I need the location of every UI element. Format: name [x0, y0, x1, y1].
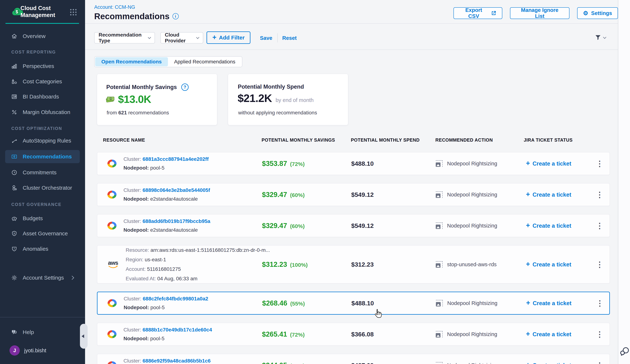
gcp-icon	[108, 361, 116, 364]
row-menu-icon[interactable]: ⋮	[595, 330, 604, 339]
info-icon[interactable]: i	[172, 13, 179, 19]
row-menu-icon[interactable]: ⋮	[595, 159, 604, 168]
add-filter-button[interactable]: + Add Filter	[206, 31, 250, 44]
spend-cell: $366.08	[351, 331, 374, 338]
row-line-value: us-east-1	[145, 257, 166, 262]
sidebar-item-bi-dashboards[interactable]: BI Dashboards	[5, 90, 80, 103]
app-title: Cloud Cost Management	[20, 5, 55, 19]
resource-link[interactable]: 6888b1c70e49db17c1de60c4	[142, 327, 212, 333]
manage-ignore-list-button[interactable]: Manage Ignore List	[510, 7, 570, 19]
gcp-icon	[108, 330, 116, 338]
savings-cell: $329.47(60%)	[262, 191, 304, 199]
autostopping-icon	[11, 137, 18, 144]
sidebar-item-perspectives[interactable]: Perspectives	[5, 60, 80, 73]
filter-divider	[277, 33, 278, 42]
recommended-action-cell: Nodepool Rightsizing	[436, 160, 497, 167]
resource-link[interactable]: 688c2fefc84fbdc99801a0a2	[143, 296, 208, 302]
savings-percent: (60%)	[290, 223, 304, 229]
settings-button[interactable]: ⚙ Settings	[577, 7, 618, 19]
savings-cell: $244.05(57%)	[262, 362, 304, 364]
svg-text:$: $	[14, 217, 15, 220]
row-line-label: Cluster:	[124, 218, 141, 224]
column-header-resource-name: RESOURCE NAME	[103, 137, 145, 143]
sidebar-item-anomalies[interactable]: ! Anomalies	[5, 242, 80, 255]
sidebar-item-margin-obfuscation[interactable]: Margin Obfuscation	[5, 106, 80, 119]
sidebar-item-label: AutoStopping Rules	[23, 138, 71, 144]
sidebar-item-cost-categories[interactable]: Cost Categories	[5, 75, 80, 88]
sidebar-item-cluster-orchestrator[interactable]: Cluster Orchestrator	[5, 181, 80, 194]
recommended-action-cell: Nodepool Rightsizing	[436, 222, 497, 229]
savings-value: $329.47	[262, 191, 287, 199]
manage-ignore-label: Manage Ignore List	[516, 7, 564, 19]
create-ticket-button[interactable]: +Create a ticket	[526, 222, 571, 229]
sidebar-item-label: Margin Obfuscation	[23, 109, 70, 115]
table-row[interactable]: Cluster: 68898c064e3e2ba0e544005fNodepoo…	[97, 183, 610, 206]
user-profile[interactable]: J jyoti.bisht	[10, 345, 46, 356]
sidebar-item-help[interactable]: ? Help	[5, 326, 80, 339]
table-row[interactable]: Cluster: 688add6fb019b17f9bccb95aNodepoo…	[97, 214, 610, 237]
row-menu-icon[interactable]: ⋮	[595, 190, 604, 199]
export-csv-label: Export CSV	[459, 7, 488, 19]
row-menu-icon[interactable]: ⋮	[596, 299, 604, 308]
save-filter-button[interactable]: Save	[260, 35, 272, 41]
create-ticket-button[interactable]: +Create a ticket	[526, 261, 571, 268]
action-label: Nodepool Rightsizing	[447, 223, 497, 229]
gcp-icon	[108, 222, 116, 230]
row-menu-icon[interactable]: ⋮	[595, 361, 604, 364]
sidebar-collapse-handle[interactable]	[80, 324, 88, 349]
aws-icon: aws	[108, 260, 119, 268]
tab-open-recommendations[interactable]: Open Recommendations	[95, 57, 168, 66]
sidebar-item-autostopping-rules[interactable]: AutoStopping Rules	[5, 134, 80, 147]
recommendation-type-select[interactable]: Recommendation Type	[94, 32, 155, 43]
spend-value-row: $21.2K by end of month	[238, 92, 314, 105]
breadcrumb[interactable]: Account: CCM-NG	[94, 4, 135, 10]
savings-percent: (100%)	[290, 262, 308, 268]
question-icon[interactable]: ?	[181, 83, 188, 91]
create-ticket-button[interactable]: +Create a ticket	[526, 300, 572, 307]
reset-filter-button[interactable]: Reset	[282, 35, 297, 41]
savings-cell: $353.87(72%)	[262, 160, 304, 168]
resource-link[interactable]: 6881a3ccc887941a4ee202ff	[142, 156, 208, 162]
sidebar-item-label: Asset Governance	[23, 230, 68, 237]
table-row[interactable]: awsResource: arn:aws:rds:us-east-1:51161…	[97, 245, 610, 284]
sidebar-item-budgets[interactable]: $ Budgets	[5, 212, 80, 225]
avatar: J	[10, 345, 20, 356]
rightsizing-action-icon	[436, 160, 443, 167]
spend-cell: $488.10	[352, 300, 374, 307]
tab-applied-recommendations[interactable]: Applied Recommendations	[168, 57, 242, 66]
sidebar-item-overview[interactable]: Overview	[5, 30, 80, 43]
table-row[interactable]: Cluster: 6886e92f59a48cad86b5b1c6Nodepoo…	[97, 354, 610, 364]
resource-link[interactable]: 6886e92f59a48cad86b5b1c6	[142, 358, 210, 364]
sidebar-item-account-settings[interactable]: Account Settings	[5, 271, 80, 284]
sidebar-item-asset-governance[interactable]: $ Asset Governance	[5, 227, 80, 240]
filter-panel-toggle[interactable]	[595, 34, 606, 41]
create-ticket-button[interactable]: +Create a ticket	[526, 362, 571, 364]
resource-link[interactable]: 688add6fb019b17f9bccb95a	[142, 218, 210, 224]
table-row[interactable]: Cluster: 6881a3ccc887941a4ee202ffNodepoo…	[97, 152, 610, 175]
cloud-provider-select[interactable]: Cloud Provider	[160, 32, 203, 43]
sidebar-item-recommendations[interactable]: Recommendations	[5, 150, 80, 163]
row-line-label: Region:	[126, 257, 144, 262]
page-title-text: Recommendations	[94, 11, 170, 21]
savings-cell: $329.47(60%)	[262, 222, 304, 230]
column-header-recommended-action: RECOMMENDED ACTION	[435, 137, 493, 143]
resource-name-cell: awsResource: arn:aws:rds:us-east-1:51161…	[108, 245, 270, 283]
table-row[interactable]: Cluster: 688c2fefc84fbdc99801a0a2Nodepoo…	[97, 292, 610, 315]
sidebar-item-commitments[interactable]: Commitments	[5, 166, 80, 179]
row-menu-icon[interactable]: ⋮	[595, 260, 604, 269]
resource-link[interactable]: 68898c064e3e2ba0e544005f	[142, 187, 210, 193]
rightsizing-action-icon	[436, 300, 443, 306]
page-title: Recommendations i	[94, 11, 179, 21]
percent-icon	[11, 109, 18, 116]
chat-support-icon[interactable]	[620, 347, 630, 357]
table-row[interactable]: Cluster: 6888b1c70e49db17c1de60c4Nodepoo…	[97, 323, 610, 346]
export-csv-button[interactable]: Export CSV	[454, 7, 502, 19]
create-ticket-button[interactable]: +Create a ticket	[526, 160, 571, 167]
user-name: jyoti.bisht	[24, 348, 46, 354]
bar-chart-icon	[11, 63, 18, 69]
create-ticket-button[interactable]: +Create a ticket	[526, 331, 571, 338]
app-switcher-grid-icon[interactable]	[69, 8, 76, 15]
row-menu-icon[interactable]: ⋮	[595, 221, 604, 230]
create-ticket-button[interactable]: +Create a ticket	[526, 191, 571, 198]
spend-cell: $312.23	[351, 261, 374, 268]
